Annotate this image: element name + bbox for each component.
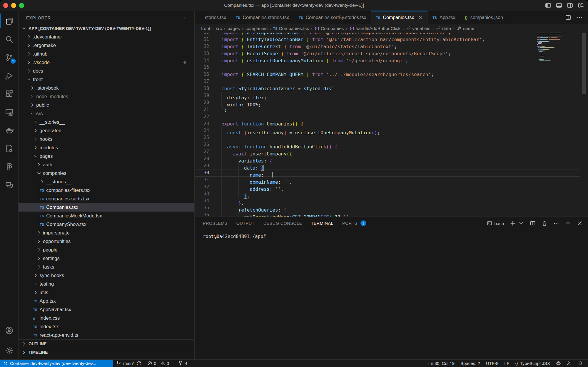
tree-item-settings[interactable]: settings — [19, 254, 194, 263]
tree-item-utils[interactable]: utils — [19, 288, 194, 297]
code-line-19[interactable]: 19display: flex; — [195, 92, 588, 99]
tree-item-companyshow-tsx[interactable]: TSCompanyShow.tsx — [19, 220, 194, 229]
code-line-10[interactable]: 10import { WithTopBarContainer } from '@… — [195, 33, 588, 36]
tree-item-sync-hooks[interactable]: sync-hooks — [19, 271, 194, 280]
copilot-status[interactable] — [553, 360, 564, 367]
cursor-position-status[interactable]: Ln 30, Col 19 — [425, 360, 457, 367]
breadcrumb-item-data[interactable]: data — [436, 26, 451, 31]
minimize-window-button[interactable] — [11, 3, 16, 8]
tree-item-pages[interactable]: pages — [19, 152, 194, 160]
tree-item-appnavbar-tsx[interactable]: TSAppNavbar.tsx — [19, 305, 194, 314]
close-tab-icon[interactable] — [418, 15, 423, 20]
code-line-26[interactable]: 26async function handleAddButtonClick() … — [195, 141, 588, 148]
code-editor[interactable]: 10import { WithTopBarContainer } from '@… — [195, 33, 588, 217]
new-terminal-icon[interactable] — [510, 220, 516, 226]
tree-item-companies-tsx[interactable]: TSCompanies.tsx — [19, 203, 194, 212]
code-line-20[interactable]: 20width: 100%; — [195, 99, 588, 106]
panel-more-actions-icon[interactable] — [553, 220, 559, 226]
editor-scrollbar-thumb[interactable] — [582, 33, 586, 94]
problems-status[interactable]: 0 0 — [144, 360, 172, 367]
code-line-30[interactable]: 30name: '', — [195, 170, 588, 177]
code-line-11[interactable]: 11import { EntityTableActionBar } from '… — [195, 36, 588, 43]
tab-app-tsx[interactable]: TSApp.tsx — [428, 11, 460, 24]
tab-companies-json[interactable]: {}companies.json — [460, 11, 508, 24]
breadcrumb-item-variables[interactable]: variables — [406, 26, 430, 31]
panel-tab-debug-console[interactable]: DEBUG CONSOLE — [263, 217, 302, 230]
code-line-35[interactable]: 35refetchQueries: [ — [195, 205, 588, 212]
code-line-31[interactable]: 31domainName: '', — [195, 177, 588, 184]
split-editor-icon[interactable] — [565, 14, 571, 21]
tree-item-node-modules[interactable]: node_modules — [19, 92, 194, 101]
tree-item-index-css[interactable]: #index.css — [19, 314, 194, 322]
tree-item-docs[interactable]: docs — [19, 67, 194, 75]
close-panel-icon[interactable] — [577, 220, 583, 226]
code-line-12[interactable]: 12import { TableContext } from '@/ui/tab… — [195, 43, 588, 50]
code-line-29[interactable]: 29data: { — [195, 162, 588, 170]
tree-item-opportunities[interactable]: opportunities — [19, 237, 194, 246]
code-line-23[interactable]: 23export function Companies() { — [195, 120, 588, 128]
terminal-output[interactable]: root@0a42ecd84891:/app# — [195, 230, 588, 239]
breadcrumb-item-pages[interactable]: pages — [228, 26, 240, 31]
tree-item-impersonate[interactable]: impersonate — [19, 229, 194, 237]
activity-item-search[interactable] — [0, 30, 19, 48]
breadcrumb-item-companies[interactable]: companies — [245, 26, 268, 31]
maximize-window-button[interactable] — [19, 3, 24, 8]
tree-item-companies-filters-tsx[interactable]: TScompanies-filters.tsx — [19, 186, 194, 195]
activity-item-accounts[interactable] — [0, 321, 19, 339]
language-mode-status[interactable]: {}TypeScript JSX — [512, 360, 553, 367]
tab-companies-tsx[interactable]: TSCompanies.tsx — [371, 11, 428, 24]
tab-companies-stories-tsx[interactable]: TSCompanies.stories.tsx — [231, 11, 294, 24]
tree-item-modules[interactable]: modules — [19, 143, 194, 152]
code-line-27[interactable]: 27await insertCompany({ — [195, 148, 588, 155]
tab-companies-sortby-stories-tsx[interactable]: TSCompanies.sortBy.stories.tsx — [294, 11, 371, 24]
code-line-24[interactable]: 24const [insertCompany] = useInsertOneCo… — [195, 127, 588, 134]
git-branch-status[interactable]: main* — [113, 360, 144, 367]
tree-item-hooks[interactable]: hooks — [19, 135, 194, 143]
explorer-more-actions-icon[interactable] — [183, 15, 189, 21]
code-line-17[interactable]: 17 — [195, 78, 588, 85]
tree-item--vscode[interactable]: .vscode — [19, 58, 194, 67]
tab-stories-tsx[interactable]: stories.tsx — [195, 11, 231, 24]
tree-item-front[interactable]: front — [19, 75, 194, 84]
ports-status[interactable]: 4 — [175, 360, 190, 367]
sync-icon[interactable] — [136, 361, 141, 366]
tree-item--stories-[interactable]: __stories__ — [19, 177, 194, 186]
tree-item-src[interactable]: src — [19, 109, 194, 118]
activity-item-comments[interactable] — [0, 176, 19, 194]
code-line-22[interactable]: 22 — [195, 113, 588, 120]
tree-item-tasks[interactable]: tasks — [19, 263, 194, 271]
tree-item--storybook[interactable]: .storybook — [19, 84, 194, 92]
code-line-15[interactable]: 15 — [195, 64, 588, 71]
panel-tab-problems[interactable]: PROBLEMS — [203, 217, 228, 230]
code-line-32[interactable]: 32address: '', — [195, 184, 588, 191]
close-window-button[interactable] — [3, 3, 8, 8]
indentation-status[interactable]: Spaces: 2 — [457, 360, 483, 367]
tree-item--stories-[interactable]: __stories__ — [19, 118, 194, 126]
minimap[interactable] — [537, 33, 580, 217]
split-terminal-icon[interactable] — [530, 220, 536, 226]
code-line-14[interactable]: 14import { useInsertOneCompanyMutation }… — [195, 57, 588, 64]
breadcrumb-item-handleaddbuttonclick[interactable]: handleAddButtonClick — [350, 26, 401, 31]
feedback-status[interactable] — [564, 360, 575, 367]
tree-item-generated[interactable]: generated — [19, 126, 194, 135]
breadcrumb-item-src[interactable]: src — [216, 26, 222, 31]
tree-item--devcontainer[interactable]: .devcontainer — [19, 33, 194, 41]
layout-bottom-icon[interactable] — [556, 2, 562, 9]
maximize-panel-icon[interactable] — [565, 220, 571, 226]
tree-item--github[interactable]: .github — [19, 50, 194, 58]
sidebar-section-outline[interactable]: OUTLINE — [19, 339, 194, 348]
sidebar-section-timeline[interactable]: TIMELINE — [19, 348, 194, 356]
notifications-status[interactable] — [575, 360, 586, 367]
activity-item-source-control[interactable]: 1 — [0, 48, 19, 66]
layout-right-icon[interactable] — [567, 2, 573, 9]
activity-item-container-tools[interactable] — [0, 139, 19, 157]
tree-item-companiesmockmode-tsx[interactable]: TSCompaniesMockMode.tsx — [19, 212, 194, 220]
remote-indicator[interactable]: Container dev-twenty-dev (dev-twenty-dev… — [0, 360, 113, 367]
activity-item-extensions[interactable] — [0, 85, 19, 103]
tree-item--ergomake[interactable]: .ergomake — [19, 41, 194, 50]
panel-tab-output[interactable]: OUTPUT — [236, 217, 255, 230]
activity-item-run-debug[interactable] — [0, 66, 19, 85]
workspace-section-header[interactable]: APP [CONTAINER DEV-TWENTY-DEV (DEV-TWENT… — [19, 24, 194, 33]
layout-custom-icon[interactable] — [578, 2, 584, 9]
activity-item-remote-explorer[interactable] — [0, 103, 19, 121]
